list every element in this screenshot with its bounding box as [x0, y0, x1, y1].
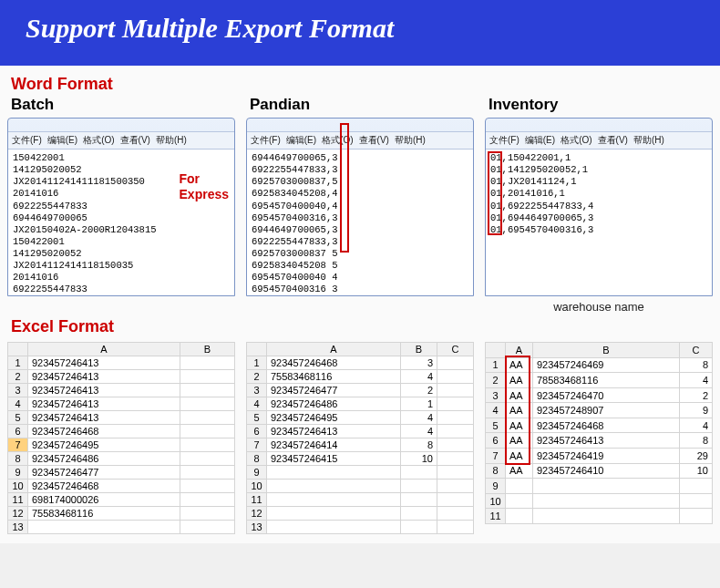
window-menubar: 文件(F) 编辑(E) 格式(O) 查看(V) 帮助(H) — [8, 131, 234, 150]
excel-format-heading: Excel Format — [11, 317, 713, 336]
inventory-window: 文件(F) 编辑(E) 格式(O) 查看(V) 帮助(H) 01,1504220… — [485, 118, 713, 296]
menu-view[interactable]: 查看(V) — [359, 134, 389, 147]
menu-edit[interactable]: 编辑(E) — [47, 134, 77, 147]
page-title: Support Multiple Export Format — [26, 13, 394, 43]
pandian-window: 文件(F) 编辑(E) 格式(O) 查看(V) 帮助(H) 6944649700… — [246, 118, 474, 296]
excel-batch-col: AB19234572464132923457246413392345724641… — [7, 342, 235, 534]
menu-format[interactable]: 格式(O) — [322, 134, 353, 147]
excel-inventory-col: ABC1AA92345724646982AA7858346811643AA923… — [485, 342, 713, 534]
warehouse-name-label: warehouse name — [485, 300, 713, 314]
word-format-heading: Word Format — [11, 75, 713, 94]
inventory-highlight-box — [488, 151, 502, 235]
menu-format[interactable]: 格式(O) — [83, 134, 114, 147]
for-express-label: ForExpress — [180, 171, 229, 202]
inventory-column: Inventory 文件(F) 编辑(E) 格式(O) 查看(V) 帮助(H) … — [485, 96, 713, 314]
menu-file[interactable]: 文件(F) — [251, 134, 281, 147]
inventory-title: Inventory — [489, 96, 713, 114]
menu-file[interactable]: 文件(F) — [489, 134, 519, 147]
pandian-title: Pandian — [250, 96, 474, 114]
menu-help[interactable]: 帮助(H) — [156, 134, 187, 147]
batch-title: Batch — [11, 96, 235, 114]
page-header: Support Multiple Export Format — [0, 0, 720, 66]
pandian-column: Pandian 文件(F) 编辑(E) 格式(O) 查看(V) 帮助(H) 69… — [246, 96, 474, 314]
batch-window: 文件(F) 编辑(E) 格式(O) 查看(V) 帮助(H) 150422001 … — [7, 118, 235, 296]
menu-help[interactable]: 帮助(H) — [633, 134, 664, 147]
menu-view[interactable]: 查看(V) — [598, 134, 628, 147]
window-titlebar — [8, 119, 234, 131]
pandian-text-body[interactable]: 6944649700065,3 6922255447833,3 69257030… — [247, 150, 473, 295]
batch-column: Batch 文件(F) 编辑(E) 格式(O) 查看(V) 帮助(H) 1504… — [7, 96, 235, 314]
menu-file[interactable]: 文件(F) — [12, 134, 42, 147]
excel-pandian-col: ABC1923457246468327558346811643923457246… — [246, 342, 474, 534]
menu-edit[interactable]: 编辑(E) — [286, 134, 316, 147]
excel-batch-table[interactable]: AB19234572464132923457246413392345724641… — [7, 342, 235, 534]
window-titlebar — [247, 119, 473, 131]
inventory-text-body[interactable]: 01,150422001,1 01,141295020052,1 01,JX20… — [486, 150, 712, 295]
window-menubar: 文件(F) 编辑(E) 格式(O) 查看(V) 帮助(H) — [247, 131, 473, 150]
excel-inventory-table[interactable]: ABC1AA92345724646982AA7858346811643AA923… — [485, 342, 713, 524]
menu-edit[interactable]: 编辑(E) — [525, 134, 555, 147]
excel-columns: AB19234572464132923457246413392345724641… — [7, 342, 713, 534]
word-columns: Batch 文件(F) 编辑(E) 格式(O) 查看(V) 帮助(H) 1504… — [7, 96, 713, 314]
excel-pandian-table[interactable]: ABC1923457246468327558346811643923457246… — [246, 342, 474, 534]
window-menubar: 文件(F) 编辑(E) 格式(O) 查看(V) 帮助(H) — [486, 131, 712, 150]
menu-view[interactable]: 查看(V) — [120, 134, 150, 147]
menu-help[interactable]: 帮助(H) — [395, 134, 426, 147]
window-titlebar — [486, 119, 712, 131]
content-area: Word Format Batch 文件(F) 编辑(E) 格式(O) 查看(V… — [0, 66, 720, 543]
menu-format[interactable]: 格式(O) — [561, 134, 591, 147]
